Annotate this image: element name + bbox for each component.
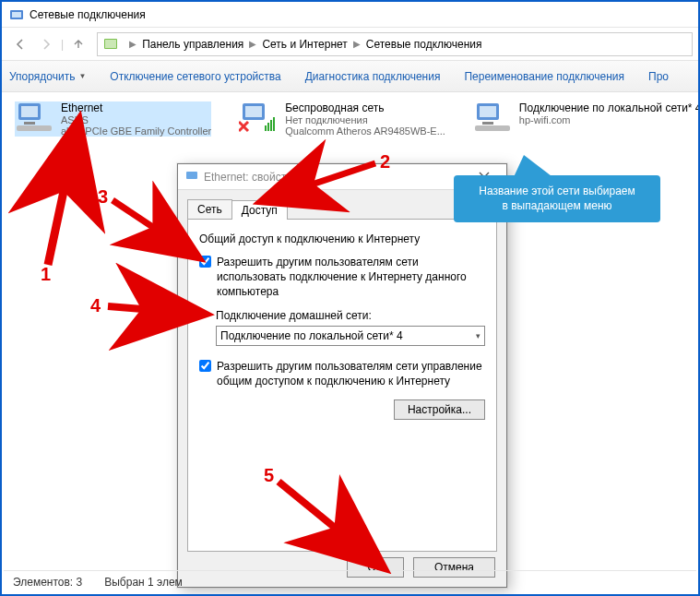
svg-rect-20	[186, 172, 197, 179]
allow-control-checkbox-row[interactable]: Разрешить другим пользователям сети упра…	[199, 359, 485, 388]
annotation-number-3: 3	[98, 186, 108, 208]
svg-rect-14	[270, 120, 272, 131]
tab-sharing[interactable]: Доступ	[231, 200, 288, 220]
chevron-down-icon: ▼	[78, 72, 86, 80]
svg-rect-9	[245, 106, 262, 117]
annotation-number-4: 4	[90, 295, 101, 316]
svg-rect-13	[267, 123, 269, 131]
svg-rect-5	[21, 106, 38, 117]
svg-rect-15	[273, 117, 275, 131]
annotation-number-5: 5	[264, 465, 274, 486]
nav-separator: |	[61, 38, 64, 51]
status-selected-count: Выбран 1 элем	[104, 576, 183, 589]
annotation-callout: Название этой сети выбираем в выпадающем…	[454, 175, 660, 222]
network-adapter-icon	[239, 101, 278, 133]
connection-item-ethernet[interactable]: Ethernet ASUS altek PCIe GBE Family Cont…	[15, 101, 211, 137]
tab-page-sharing: Общий доступ к подключению к Интернету Р…	[187, 220, 497, 552]
connection-status: Нет подключения	[285, 114, 445, 125]
breadcrumb[interactable]: ▶ Панель управления ▶ Сеть и Интернет ▶ …	[97, 32, 693, 56]
breadcrumb-item[interactable]: Сеть и Интернет	[262, 38, 347, 51]
status-element-count: Элементов: 3	[13, 576, 82, 589]
allow-control-label: Разрешить другим пользователям сети упра…	[217, 359, 485, 388]
toolbar-more[interactable]: Про	[648, 70, 669, 83]
annotation-number-2: 2	[380, 151, 390, 173]
connection-device: altek PCIe GBE Family Controller	[61, 125, 211, 137]
settings-button[interactable]: Настройка...	[394, 399, 485, 420]
connection-item-local[interactable]: Подключение по локальной сети* 4 hp-wifi…	[473, 101, 694, 137]
back-button[interactable]	[7, 31, 33, 57]
dialog-tabs: Сеть Доступ	[187, 197, 497, 220]
breadcrumb-item[interactable]: Панель управления	[142, 38, 243, 51]
svg-rect-19	[475, 125, 510, 131]
connection-name: Подключение по локальной сети* 4	[519, 101, 700, 114]
disable-device-button[interactable]: Отключение сетевого устройства	[110, 70, 280, 83]
connection-name: Ethernet	[61, 101, 211, 114]
ethernet-icon	[185, 169, 198, 185]
allow-sharing-checkbox-row[interactable]: Разрешить другим пользователям сети испо…	[199, 255, 485, 300]
connection-device: hp-wifi.com	[519, 114, 685, 125]
svg-rect-6	[24, 122, 35, 125]
allow-control-checkbox[interactable]	[199, 360, 211, 372]
window-titlebar: Сетевые подключения	[2, 2, 698, 28]
up-button[interactable]	[65, 31, 91, 57]
rename-button[interactable]: Переименование подключения	[464, 70, 624, 83]
home-connection-label: Подключение домашней сети:	[216, 309, 485, 322]
address-bar: | ▶ Панель управления ▶ Сеть и Интернет …	[2, 28, 698, 61]
window-icon	[9, 7, 24, 22]
chevron-right-icon: ▶	[353, 39, 361, 49]
window-title: Сетевые подключения	[30, 8, 146, 21]
dialog-title: Ethernet: свойства	[204, 171, 298, 184]
control-panel-icon	[103, 37, 118, 52]
connection-item-wireless[interactable]: Беспроводная сеть Нет подключения Qualco…	[239, 101, 445, 137]
organize-menu[interactable]: Упорядочить▼	[9, 70, 86, 83]
svg-rect-3	[105, 40, 116, 48]
svg-rect-7	[17, 125, 52, 131]
toolbar: Упорядочить▼ Отключение сетевого устройс…	[2, 61, 698, 92]
connection-name: Беспроводная сеть	[285, 101, 445, 114]
home-connection-value: Подключение по локальной сети* 4	[220, 329, 403, 342]
annotation-number-1: 1	[41, 264, 51, 285]
forward-button[interactable]	[33, 31, 59, 57]
svg-rect-12	[265, 125, 267, 131]
allow-sharing-label: Разрешить другим пользователям сети испо…	[217, 255, 485, 300]
svg-rect-17	[480, 106, 496, 117]
properties-dialog: Ethernet: свойства Сеть Доступ Общий дос…	[177, 163, 507, 588]
chevron-down-icon: ▾	[476, 331, 481, 340]
status-bar: Элементов: 3 Выбран 1 элем	[4, 570, 696, 592]
breadcrumb-item[interactable]: Сетевые подключения	[366, 38, 482, 51]
svg-rect-1	[12, 12, 21, 18]
network-adapter-icon	[473, 101, 512, 133]
sharing-group-label: Общий доступ к подключению к Интернету	[199, 232, 485, 245]
chevron-right-icon: ▶	[129, 39, 136, 49]
chevron-right-icon: ▶	[249, 39, 256, 49]
connection-status: ASUS	[61, 114, 211, 125]
svg-rect-18	[482, 122, 493, 125]
home-connection-select[interactable]: Подключение по локальной сети* 4 ▾	[216, 326, 485, 346]
network-adapter-icon	[15, 101, 53, 133]
tab-network[interactable]: Сеть	[187, 199, 232, 219]
allow-sharing-checkbox[interactable]	[199, 256, 211, 268]
diagnose-button[interactable]: Диагностика подключения	[305, 70, 441, 83]
connection-device: Qualcomm Atheros AR9485WB-E...	[285, 125, 445, 137]
